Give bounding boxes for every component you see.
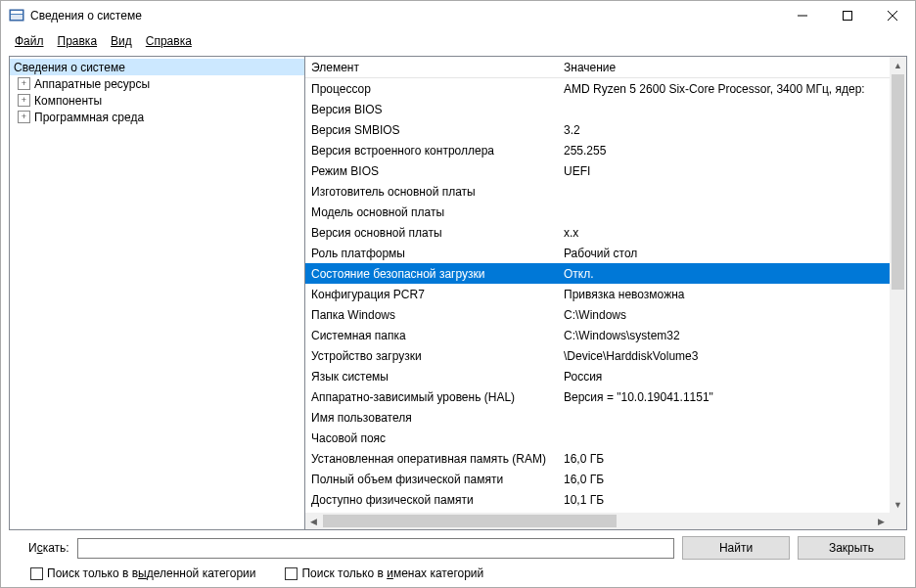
cell-value: 3.2 bbox=[558, 123, 890, 137]
cell-value: Рабочий стол bbox=[558, 247, 890, 260]
cell-element: Версия BIOS bbox=[305, 103, 558, 116]
cell-element: Конфигурация PCR7 bbox=[305, 288, 558, 301]
cell-value: 10,1 ГБ bbox=[558, 493, 890, 507]
scroll-down-icon[interactable]: ▼ bbox=[890, 496, 906, 513]
table-row[interactable]: Версия основной платыx.x bbox=[305, 222, 890, 243]
cell-element: Аппаратно-зависимый уровень (HAL) bbox=[305, 390, 558, 404]
cell-element: Роль платформы bbox=[305, 247, 558, 260]
find-button[interactable]: Найти bbox=[682, 536, 790, 560]
menu-view[interactable]: Вид bbox=[105, 32, 138, 50]
table-row[interactable]: Язык системыРоссия bbox=[305, 366, 890, 386]
cell-element: Версия встроенного контроллера bbox=[305, 144, 558, 158]
svg-rect-1 bbox=[11, 11, 23, 14]
menu-help[interactable]: Справка bbox=[140, 32, 198, 50]
list-body: ПроцессорAMD Ryzen 5 2600 Six-Core Proce… bbox=[305, 78, 890, 510]
cell-element: Системная папка bbox=[305, 329, 558, 342]
maximize-button[interactable] bbox=[825, 1, 870, 30]
table-row[interactable]: Часовой пояс bbox=[305, 428, 890, 448]
cell-element: Установленная оперативная память (RAM) bbox=[305, 452, 558, 466]
table-row[interactable]: Версия BIOS bbox=[305, 99, 890, 119]
close-button[interactable] bbox=[870, 1, 915, 30]
table-row[interactable]: Папка WindowsC:\Windows bbox=[305, 304, 890, 325]
tree-item-software[interactable]: + Программная среда bbox=[10, 109, 304, 125]
content-area: Сведения о системе + Аппаратные ресурсы … bbox=[9, 56, 907, 530]
search-options: Поиск только в выделенной категории Поис… bbox=[1, 564, 915, 587]
cell-value: Откл. bbox=[558, 267, 890, 281]
table-row[interactable]: Конфигурация PCR7Привязка невозможна bbox=[305, 284, 890, 304]
svg-rect-4 bbox=[844, 12, 852, 21]
table-row[interactable]: Имя пользователя bbox=[305, 407, 890, 428]
minimize-button[interactable] bbox=[780, 1, 825, 30]
cell-element: Режим BIOS bbox=[305, 164, 558, 178]
table-row[interactable]: Установленная оперативная память (RAM)16… bbox=[305, 448, 890, 469]
table-row[interactable]: ПроцессорAMD Ryzen 5 2600 Six-Core Proce… bbox=[305, 78, 890, 99]
scroll-up-icon[interactable]: ▲ bbox=[890, 57, 906, 73]
cell-element: Версия SMBIOS bbox=[305, 123, 558, 137]
expand-icon[interactable]: + bbox=[18, 77, 30, 90]
tree-root[interactable]: Сведения о системе bbox=[10, 59, 304, 75]
table-row[interactable]: Режим BIOSUEFI bbox=[305, 160, 890, 181]
close-search-button[interactable]: Закрыть bbox=[798, 536, 905, 560]
app-icon bbox=[9, 8, 24, 23]
tree-pane: Сведения о системе + Аппаратные ресурсы … bbox=[10, 57, 305, 529]
scroll-thumb[interactable] bbox=[892, 74, 904, 290]
cell-value: Версия = "10.0.19041.1151" bbox=[558, 390, 890, 404]
svg-rect-2 bbox=[11, 15, 23, 20]
checkbox-category-names[interactable]: Поиск только в именах категорий bbox=[285, 566, 483, 580]
cell-element: Полный объем физической памяти bbox=[305, 473, 558, 486]
checkbox-selected-category[interactable]: Поиск только в выделенной категории bbox=[30, 566, 255, 580]
cell-value: \Device\HarddiskVolume3 bbox=[558, 349, 890, 363]
table-row[interactable]: Полный объем физической памяти16,0 ГБ bbox=[305, 469, 890, 489]
cell-value: Привязка невозможна bbox=[558, 288, 890, 301]
menu-edit[interactable]: Правка bbox=[52, 32, 104, 50]
scroll-corner bbox=[890, 513, 906, 529]
search-input[interactable] bbox=[77, 538, 674, 559]
scroll-thumb[interactable] bbox=[323, 515, 617, 527]
search-label: Искать: bbox=[28, 541, 69, 555]
list-header: Элемент Значение bbox=[305, 57, 890, 78]
window-controls bbox=[780, 1, 915, 30]
expand-icon[interactable]: + bbox=[18, 94, 30, 107]
cell-value: 16,0 ГБ bbox=[558, 452, 890, 466]
cell-value: Россия bbox=[558, 370, 890, 384]
cell-value: x.x bbox=[558, 226, 890, 240]
menubar: Файл Правка Вид Справка bbox=[1, 30, 915, 52]
cell-value: AMD Ryzen 5 2600 Six-Core Processor, 340… bbox=[558, 82, 890, 96]
cell-element: Изготовитель основной платы bbox=[305, 185, 558, 199]
tree-item-components[interactable]: + Компоненты bbox=[10, 92, 304, 109]
cell-value: 255.255 bbox=[558, 144, 890, 158]
table-row[interactable]: Состояние безопасной загрузкиОткл. bbox=[305, 263, 890, 284]
table-row[interactable]: Версия встроенного контроллера255.255 bbox=[305, 140, 890, 160]
cell-value: 16,0 ГБ bbox=[558, 473, 890, 486]
list-pane: Элемент Значение ПроцессорAMD Ryzen 5 26… bbox=[305, 57, 906, 529]
tree-item-hardware[interactable]: + Аппаратные ресурсы bbox=[10, 75, 304, 92]
search-bar: Искать: Найти Закрыть bbox=[1, 532, 915, 564]
vertical-scrollbar[interactable]: ▲ ▼ bbox=[890, 57, 906, 513]
horizontal-scrollbar[interactable]: ◀ ▶ bbox=[305, 513, 890, 529]
expand-icon[interactable]: + bbox=[18, 111, 30, 123]
table-row[interactable]: Доступно физической памяти10,1 ГБ bbox=[305, 489, 890, 510]
cell-element: Язык системы bbox=[305, 370, 558, 384]
cell-element: Модель основной платы bbox=[305, 205, 558, 219]
cell-element: Часовой пояс bbox=[305, 431, 558, 445]
cell-element: Устройство загрузки bbox=[305, 349, 558, 363]
table-row[interactable]: Системная папкаC:\Windows\system32 bbox=[305, 325, 890, 345]
table-row[interactable]: Роль платформыРабочий стол bbox=[305, 243, 890, 263]
cell-element: Процессор bbox=[305, 82, 558, 96]
cell-element: Версия основной платы bbox=[305, 226, 558, 240]
cell-element: Папка Windows bbox=[305, 308, 558, 322]
scroll-left-icon[interactable]: ◀ bbox=[305, 513, 322, 529]
table-row[interactable]: Изготовитель основной платы bbox=[305, 181, 890, 202]
cell-value: C:\Windows bbox=[558, 308, 890, 322]
checkbox-icon bbox=[285, 567, 298, 580]
scroll-right-icon[interactable]: ▶ bbox=[873, 513, 890, 529]
table-row[interactable]: Устройство загрузки\Device\HarddiskVolum… bbox=[305, 345, 890, 366]
table-row[interactable]: Аппаратно-зависимый уровень (HAL)Версия … bbox=[305, 386, 890, 407]
column-element[interactable]: Элемент bbox=[305, 58, 558, 77]
table-row[interactable]: Версия SMBIOS3.2 bbox=[305, 119, 890, 140]
cell-element: Состояние безопасной загрузки bbox=[305, 267, 558, 281]
column-value[interactable]: Значение bbox=[558, 58, 890, 77]
cell-value: UEFI bbox=[558, 164, 890, 178]
menu-file[interactable]: Файл bbox=[9, 32, 50, 50]
table-row[interactable]: Модель основной платы bbox=[305, 202, 890, 222]
